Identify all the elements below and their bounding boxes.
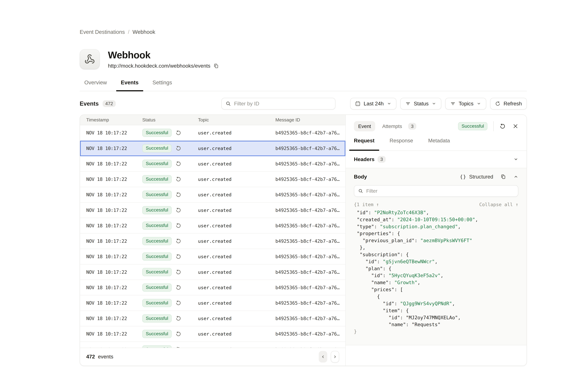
json-line: {: [354, 293, 518, 300]
row-message-id: b4925365-b8cf-42b7-a76…: [276, 270, 346, 275]
json-key: "created_at": [357, 217, 391, 222]
collapse-all-button[interactable]: Collapse all ↑: [479, 202, 518, 207]
table-row[interactable]: NOV 18 10:17:22Successful user.createdb4…: [80, 187, 346, 202]
json-key: "subscription": [360, 252, 400, 257]
json-line: "id": "gSjvn6eQTBewNWcr",: [354, 258, 518, 265]
tab-metadata[interactable]: Metadata: [424, 138, 454, 150]
events-count-text: 472 events: [86, 354, 113, 360]
row-message-id: b4925365-b8cf-42b7-a76…: [276, 208, 346, 213]
next-page-button[interactable]: [331, 351, 339, 362]
copy-body-icon[interactable]: [500, 174, 506, 179]
body-filter-input[interactable]: [366, 188, 514, 194]
table-row[interactable]: NOV 18 10:17:22Successful user.createdb4…: [80, 295, 346, 311]
retry-icon[interactable]: [176, 161, 181, 167]
row-status-cell: Successful: [142, 160, 198, 168]
row-status-cell: Successful: [142, 222, 198, 230]
table-row[interactable]: NOV 18 10:17:22Successful user.createdb4…: [80, 218, 346, 234]
chevron-left-icon: [321, 354, 326, 359]
retry-icon[interactable]: [176, 284, 181, 290]
row-message-id: b4925365-b8cf-42b7-a76…: [276, 130, 346, 136]
retry-icon[interactable]: [176, 130, 181, 136]
webhook-icon: [84, 54, 95, 64]
status-filter-button[interactable]: Status: [400, 98, 441, 110]
json-punctuation: :: [414, 238, 420, 243]
tab-events[interactable]: Events: [116, 79, 143, 91]
status-badge: Successful: [142, 190, 172, 199]
headers-chevron-down-icon[interactable]: [514, 157, 518, 162]
events-heading: Events: [80, 100, 99, 107]
webhook-events-page: Event Destinations / Webhook Webhook htt…: [0, 0, 585, 392]
row-status-cell: Successful: [142, 330, 198, 338]
json-line: "subscription": {: [354, 251, 518, 258]
status-badge: Successful: [142, 222, 172, 230]
breadcrumb-parent-link[interactable]: Event Destinations: [80, 29, 125, 35]
json-line: "item": {: [354, 307, 518, 314]
headers-section[interactable]: Headers 3: [346, 151, 526, 168]
retry-icon[interactable]: [176, 176, 181, 182]
json-line: "id": "5HycQYuqK3eF5a2v",: [354, 272, 518, 279]
refresh-label: Refresh: [504, 101, 522, 106]
row-topic: user.created: [198, 208, 275, 213]
panel-close-icon[interactable]: [512, 123, 518, 129]
retry-icon[interactable]: [176, 207, 181, 213]
search-icon: [358, 188, 363, 194]
event-detail-panel: Event Attempts 3 Successful: [346, 115, 526, 366]
row-status-cell: Successful: [142, 175, 198, 183]
tab-attempts[interactable]: Attempts 3: [382, 123, 416, 130]
collapse-body-chevron-up-icon[interactable]: [514, 174, 518, 179]
retry-icon[interactable]: [176, 316, 181, 321]
retry-icon[interactable]: [176, 238, 181, 244]
json-key: "id": [383, 301, 394, 306]
retry-icon[interactable]: [176, 223, 181, 228]
json-punctuation: ,: [458, 315, 461, 320]
table-row[interactable]: NOV 18 10:17:22Successful user.createdb4…: [80, 311, 346, 326]
tab-overview[interactable]: Overview: [80, 79, 112, 91]
structured-view-toggle[interactable]: {} Structured: [460, 174, 493, 180]
table-row[interactable]: NOV 18 10:17:22Successful user.createdb4…: [80, 125, 346, 141]
row-timestamp: NOV 18 10:17:22: [80, 192, 142, 197]
prev-page-button[interactable]: [319, 351, 327, 362]
table-row[interactable]: NOV 18 10:17:22Successful user.createdb4…: [80, 342, 346, 348]
retry-icon[interactable]: [176, 331, 181, 337]
retry-icon[interactable]: [176, 192, 181, 198]
tab-request[interactable]: Request: [349, 138, 379, 150]
json-key: "name": [388, 322, 406, 327]
calendar-icon: [355, 101, 360, 106]
table-row[interactable]: NOV 18 10:17:22Successful user.createdb4…: [80, 172, 346, 187]
tab-event[interactable]: Event: [354, 121, 375, 132]
page-header: Webhook http://mock.hookdeck.com/webhook…: [80, 49, 527, 69]
tab-response[interactable]: Response: [385, 138, 418, 150]
events-table-body: NOV 18 10:17:22Successful user.createdb4…: [80, 125, 346, 348]
json-punctuation: :: [394, 301, 400, 306]
search-input[interactable]: [234, 101, 331, 106]
retry-icon[interactable]: [176, 254, 181, 260]
retry-icon[interactable]: [176, 269, 181, 275]
breadcrumb-current: Webhook: [132, 29, 156, 35]
topics-filter-button[interactable]: Topics: [445, 98, 486, 110]
panel-retry-icon[interactable]: [500, 123, 506, 130]
copy-url-icon[interactable]: [214, 63, 219, 68]
table-row[interactable]: NOV 18 10:17:22Successful user.createdb4…: [80, 202, 346, 218]
table-row[interactable]: NOV 18 10:17:22Successful user.createdb4…: [80, 249, 346, 264]
table-row[interactable]: NOV 18 10:17:22Successful user.createdb4…: [80, 156, 346, 172]
retry-icon[interactable]: [176, 146, 181, 151]
table-row[interactable]: NOV 18 10:17:22Successful user.createdb4…: [80, 234, 346, 249]
row-topic: user.created: [198, 347, 275, 348]
retry-icon[interactable]: [176, 300, 181, 306]
json-value: "aezmBVpPksWVY6FT": [420, 238, 472, 243]
table-row[interactable]: NOV 18 10:17:22Successful user.createdb4…: [80, 141, 346, 156]
retry-icon[interactable]: [176, 346, 181, 348]
date-range-filter-button[interactable]: Last 24h: [350, 98, 396, 110]
json-key: "item": [383, 308, 400, 314]
row-timestamp: NOV 18 10:17:22: [80, 300, 142, 306]
row-message-id: b4925365-b8cf-42b7-a76…: [276, 238, 346, 244]
table-row[interactable]: NOV 18 10:17:22Successful user.createdb4…: [80, 326, 346, 342]
page-tabs: Overview Events Settings: [80, 79, 527, 91]
row-status-cell: Successful: [142, 237, 198, 245]
table-row[interactable]: NOV 18 10:17:22Successful user.createdb4…: [80, 264, 346, 280]
table-row[interactable]: NOV 18 10:17:22Successful user.createdb4…: [80, 280, 346, 295]
tab-settings[interactable]: Settings: [148, 79, 177, 91]
refresh-button[interactable]: Refresh: [490, 98, 527, 110]
row-topic: user.created: [198, 331, 275, 336]
panel-status-badge: Successful: [458, 122, 488, 130]
